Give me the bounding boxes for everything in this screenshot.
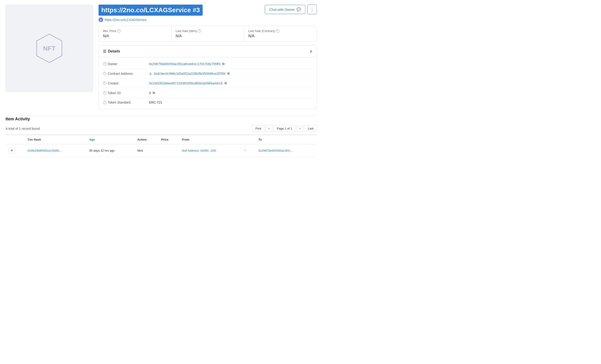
min-price-item: Min. Price ? N/A (99, 26, 171, 41)
nft-link-row: ◈ https://2no.co/LCXAGService (99, 18, 261, 22)
last-sale-contract-item: Last Sale (Contract) ? N/A (244, 26, 317, 41)
contract-address-link[interactable]: 0xdc9ec0c966c3d3a552a228b3fe353848ce2f25… (154, 72, 225, 76)
creator-address-link[interactable]: 0x10d1fd1b8eed57133382d56cd65b3a0984a44c… (149, 81, 223, 85)
nft-placeholder: NFT (33, 32, 65, 64)
owner-value: 0x29875bd49350ac3f2ca5ceeb1c1701708c795f… (149, 62, 312, 66)
details-list-icon: ☰ (103, 49, 106, 54)
creator-row: ? Creator: 0x10d1fd1b8eed57133382d56cd65… (103, 78, 312, 88)
row-price (158, 144, 179, 157)
col-age: Age (86, 135, 134, 144)
row-eye-icon: 👁 (6, 144, 24, 157)
page-info: Page 1 of 1 (273, 125, 296, 132)
token-id-label: ? Token ID: (103, 91, 149, 95)
from-address-link[interactable]: Null Address: 0x000...000 (182, 149, 216, 152)
details-section-title: Details (108, 49, 120, 53)
owner-address-link[interactable]: 0x29875bd49350ac3f2ca5ceeb1c1701708c795f… (149, 62, 220, 66)
contract-warning-icon: ⚠ (149, 72, 152, 76)
txn-hash-link[interactable]: 0x5fe28d8f465a1c5bf0c... (27, 149, 62, 152)
owner-label: ? Owner: (103, 62, 149, 66)
col-price: Price (158, 135, 179, 144)
svg-text:NFT: NFT (43, 45, 56, 52)
token-standard-value: ERC-721 (149, 101, 312, 104)
details-card: ☰ Details ∧ ? Owner: 0x29875bd49350ac3f2… (99, 45, 317, 109)
activity-controls: A total of 1 record found First < Page 1… (6, 125, 317, 132)
col-action: Action (134, 135, 158, 144)
token-id-row: ? Token ID: 3 ⧉ (103, 88, 312, 98)
details-chevron-icon: ∧ (310, 49, 312, 54)
details-body: ? Owner: 0x29875bd49350ac3f2ca5ceeb1c170… (99, 57, 317, 109)
last-sale-contract-help-icon[interactable]: ? (276, 29, 279, 33)
last-sale-item-help-icon[interactable]: ? (198, 29, 201, 33)
token-id-copy-icon[interactable]: ⧉ (153, 91, 155, 95)
last-sale-contract-label: Last Sale (Contract) ? (248, 29, 312, 33)
divider (6, 115, 317, 116)
details-header-left: ☰ Details (103, 49, 120, 54)
last-sale-item-label: Last Sale (Item) ? (176, 29, 240, 33)
last-sale-item-value: N/A (176, 34, 240, 38)
header-row: https://2no.co/LCXAGService #3 ◈ https:/… (99, 5, 317, 22)
details-header[interactable]: ☰ Details ∧ (99, 46, 317, 57)
activity-section-title: Item Activity (6, 117, 317, 122)
last-sale-contract-value: N/A (248, 34, 312, 38)
owner-help-icon[interactable]: ? (103, 62, 106, 66)
contract-address-row: ? Contract Address: ⚠ 0xdc9ec0c966c3d3a5… (103, 69, 312, 78)
min-price-label: Min. Price ? (103, 29, 167, 33)
eye-button[interactable]: 👁 (9, 147, 15, 153)
more-options-button[interactable]: ⋮ (307, 5, 317, 14)
title-area: https://2no.co/LCXAGService #3 ◈ https:/… (99, 5, 261, 22)
nft-title: https://2no.co/LCXAGService #3 (99, 5, 203, 16)
contract-value: ⚠ 0xdc9ec0c966c3d3a552a228b3fe353848ce2f… (149, 72, 312, 76)
col-from: From (179, 135, 240, 144)
min-price-help-icon[interactable]: ? (117, 29, 121, 33)
right-panel: https://2no.co/LCXAGService #3 ◈ https:/… (99, 5, 317, 109)
pagination: First < Page 1 of 1 > Last (252, 125, 317, 132)
activity-table: Txn Hash Age Action Price From To 👁 0x5f… (6, 134, 317, 157)
token-standard-label: ? Token Standard: (103, 101, 149, 104)
prev-page-button[interactable]: < (266, 125, 273, 132)
row-arrow: → (240, 144, 255, 157)
chat-button-label: Chat with Owner (269, 8, 295, 11)
eth-icon: ◈ (99, 18, 103, 22)
owner-copy-icon[interactable]: ⧉ (222, 62, 224, 66)
owner-row: ? Owner: 0x29875bd49350ac3f2ca5ceeb1c170… (103, 59, 312, 69)
col-arrow (240, 135, 255, 144)
chat-icon: 💬 (297, 7, 301, 11)
row-to: 0x29875bd49350ac3f2c... (255, 144, 317, 157)
first-page-button[interactable]: First (252, 125, 265, 132)
creator-copy-icon[interactable]: ⧉ (224, 81, 227, 85)
last-sale-item-item: Last Sale (Item) ? N/A (171, 26, 244, 41)
chat-with-owner-button[interactable]: Chat with Owner 💬 (265, 5, 305, 14)
table-row: 👁 0x5fe28d8f465a1c5bf0c... 95 days 22 hr… (6, 144, 317, 157)
token-standard-help-icon[interactable]: ? (103, 101, 106, 104)
header-actions: Chat with Owner 💬 ⋮ (265, 5, 317, 14)
nft-image-card: NFT (6, 5, 93, 92)
creator-help-icon[interactable]: ? (103, 81, 106, 85)
col-icon (6, 135, 24, 144)
token-standard-row: ? Token Standard: ERC-721 (103, 98, 312, 107)
contract-help-icon[interactable]: ? (103, 72, 106, 75)
nft-hexagon-svg: NFT (33, 32, 65, 64)
token-id-help-icon[interactable]: ? (103, 91, 106, 95)
nft-collection-link[interactable]: https://2no.co/LCXAGService (105, 18, 146, 22)
creator-value: 0x10d1fd1b8eed57133382d56cd65b3a0984a44c… (149, 81, 312, 85)
next-page-button[interactable]: > (297, 125, 303, 132)
transfer-arrow-icon: → (243, 148, 247, 152)
row-action: Mint (134, 144, 158, 157)
to-address-link[interactable]: 0x29875bd49350ac3f2c... (258, 149, 293, 152)
table-header-row: Txn Hash Age Action Price From To (6, 135, 317, 144)
row-age: 95 days 22 hrs ago (86, 144, 134, 157)
col-to: To (255, 135, 317, 144)
row-txn-hash: 0x5fe28d8f465a1c5bf0c... (24, 144, 86, 157)
activity-section: Item Activity A total of 1 record found … (6, 117, 317, 157)
min-price-value: N/A (103, 34, 167, 38)
last-page-button[interactable]: Last (304, 125, 317, 132)
top-section: NFT https://2no.co/LCXAGService #3 ◈ htt… (6, 5, 317, 109)
col-txn-hash: Txn Hash (24, 135, 86, 144)
price-card: Min. Price ? N/A Last Sale (Item) ? N/A … (99, 26, 317, 42)
token-id-value: 3 ⧉ (149, 91, 312, 95)
row-from: Null Address: 0x000...000 (179, 144, 240, 157)
creator-label: ? Creator: (103, 81, 149, 85)
contract-copy-icon[interactable]: ⧉ (227, 72, 230, 76)
contract-label: ? Contract Address: (103, 72, 149, 76)
more-options-icon: ⋮ (310, 7, 314, 12)
